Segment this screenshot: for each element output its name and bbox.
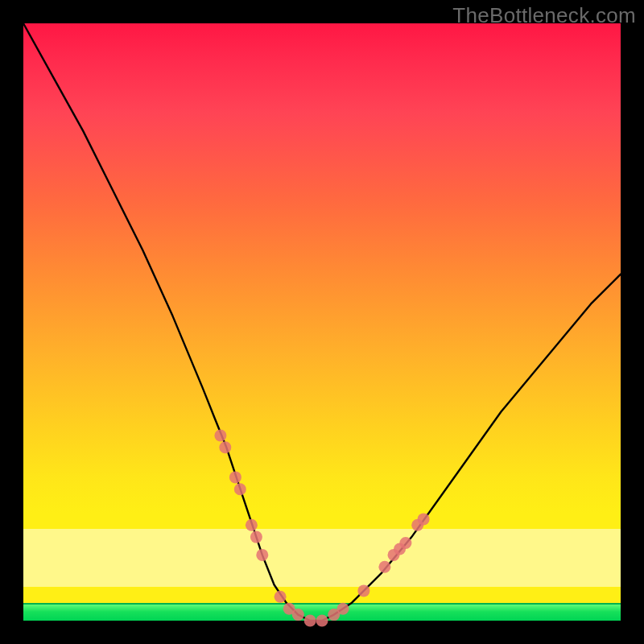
data-marker	[246, 519, 258, 531]
data-marker	[275, 591, 287, 603]
data-marker	[219, 441, 231, 453]
data-marker	[234, 483, 246, 495]
curve-svg	[23, 23, 621, 621]
data-marker	[418, 513, 430, 525]
data-marker	[337, 603, 349, 615]
data-marker	[357, 584, 369, 597]
data-marker	[292, 609, 304, 621]
data-marker	[229, 471, 242, 483]
data-marker	[256, 549, 268, 561]
chart-frame: TheBottleneck.com	[0, 0, 644, 644]
data-marker	[214, 430, 226, 442]
plot-area	[23, 23, 621, 621]
data-marker	[304, 615, 316, 627]
data-marker	[378, 561, 390, 573]
data-marker	[316, 615, 328, 627]
curve-markers	[214, 430, 429, 627]
data-marker	[250, 531, 262, 543]
bottleneck-curve	[23, 23, 621, 621]
data-marker	[399, 537, 411, 549]
